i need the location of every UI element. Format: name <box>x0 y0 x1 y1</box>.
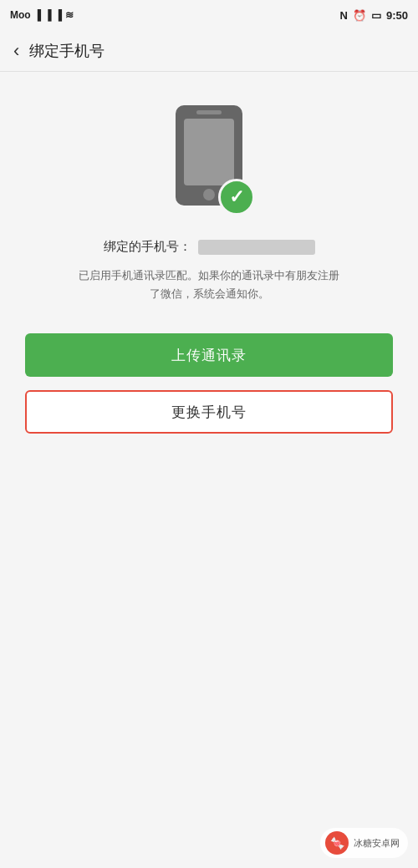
watermark-emoji: 🍬 <box>330 836 344 850</box>
watermark-text: 冰糖安卓网 <box>354 837 400 850</box>
status-bar-right: N ⏰ ▭ 9:50 <box>340 9 408 22</box>
wifi-icon: ≋ <box>65 9 74 21</box>
upload-contacts-button[interactable]: 上传通讯录 <box>25 333 393 377</box>
main-content: 绑定的手机号： 已启用手机通讯录匹配。如果你的通讯录中有朋友注册了微信，系统会通… <box>0 72 418 467</box>
change-phone-button[interactable]: 更换手机号 <box>25 390 393 434</box>
top-nav: ‹ 绑定手机号 <box>0 30 418 72</box>
phone-success-icon <box>163 105 255 214</box>
phone-number-label: 绑定的手机号： <box>104 239 191 255</box>
phone-speaker <box>196 110 222 114</box>
signal-icon-3: ▐ <box>55 9 63 21</box>
phone-screen <box>184 119 234 185</box>
nfc-icon: N <box>340 9 348 22</box>
success-check-icon <box>218 179 255 216</box>
battery-icon: ▭ <box>371 9 381 22</box>
app-name: Moo <box>10 9 31 21</box>
phone-home-button <box>203 189 215 201</box>
page-title: 绑定手机号 <box>29 41 104 61</box>
signal-icon-2: ▐ <box>44 9 52 21</box>
phone-number-row: 绑定的手机号： <box>104 239 315 255</box>
watermark: 🍬 冰糖安卓网 <box>320 828 408 858</box>
status-bar-left: Moo ▐ ▐ ▐ ≋ <box>10 9 74 21</box>
signal-icon-1: ▐ <box>34 9 42 21</box>
back-button[interactable]: ‹ <box>13 40 19 62</box>
phone-number-masked <box>198 240 315 255</box>
time-display: 9:50 <box>386 9 408 22</box>
watermark-icon: 🍬 <box>325 831 349 855</box>
description-text: 已启用手机通讯录匹配。如果你的通讯录中有朋友注册了微信，系统会通知你。 <box>75 266 343 303</box>
alarm-icon: ⏰ <box>353 9 366 22</box>
status-bar: Moo ▐ ▐ ▐ ≋ N ⏰ ▭ 9:50 <box>0 0 418 30</box>
